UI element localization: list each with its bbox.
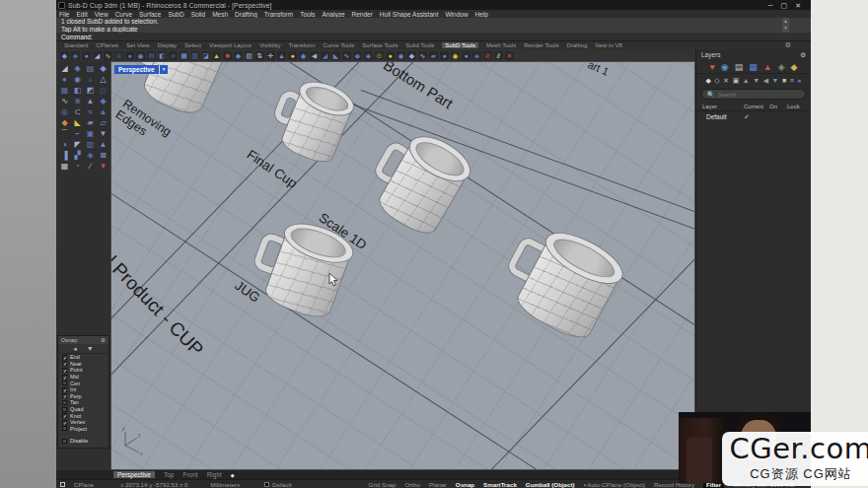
toolbar-tab-standard[interactable]: Standard bbox=[64, 42, 88, 48]
status-toggle-auto-cplane-object[interactable]: ▪ Auto-CPlane (Object) bbox=[584, 481, 645, 488]
toolbar-icon-17[interactable]: ▧ bbox=[245, 51, 253, 60]
sidebar-icon-10[interactable]: ◩ bbox=[85, 86, 96, 96]
sidebar-icon-3[interactable]: ◆ bbox=[98, 64, 108, 74]
osnap-option-int[interactable]: ✓Int bbox=[58, 386, 108, 393]
viewport-tab-perspective[interactable]: Perspective bbox=[113, 471, 155, 478]
menu-analyze[interactable]: Analyze bbox=[322, 11, 344, 18]
gear-icon[interactable]: ⚙ bbox=[800, 51, 806, 59]
osnap-option-near[interactable]: ✓Near bbox=[58, 361, 108, 368]
osnap-disable-checkbox[interactable]: Disable bbox=[58, 438, 108, 445]
toolbar-tab-subd-tools[interactable]: SubD Tools bbox=[442, 42, 478, 48]
checkbox[interactable] bbox=[62, 381, 67, 385]
toolbar-tab-new-in-v8[interactable]: New in V8 bbox=[595, 42, 621, 48]
menu-solid[interactable]: Solid bbox=[191, 11, 205, 18]
menu-mesh[interactable]: Mesh bbox=[212, 11, 228, 18]
panel-tab-icon-1[interactable]: ◉ bbox=[721, 62, 729, 72]
menu-transform[interactable]: Transform bbox=[264, 11, 293, 18]
toolbar-icon-5[interactable]: ▣ bbox=[114, 51, 123, 60]
osnap-option-knot[interactable]: ✓Knot bbox=[58, 412, 108, 419]
sidebar-icon-2[interactable]: ▤ bbox=[85, 64, 96, 74]
checkbox[interactable] bbox=[62, 439, 67, 444]
sidebar-icon-30[interactable]: ▥ bbox=[85, 140, 96, 150]
sidebar-icon-22[interactable]: ▰ bbox=[85, 118, 96, 128]
toolbar-icon-7[interactable]: ◉ bbox=[136, 51, 145, 60]
gear-icon[interactable]: ⚙ bbox=[101, 336, 106, 344]
osnap-back-icon[interactable]: ◂ bbox=[73, 345, 77, 353]
layer-tool-icon-3[interactable]: ▣ bbox=[733, 77, 740, 85]
checkbox[interactable] bbox=[62, 426, 67, 431]
toolbar-icon-26[interactable]: ∿ bbox=[342, 51, 351, 60]
toolbar-tab-select[interactable]: Select bbox=[184, 42, 201, 48]
toolbar-tab-curve-tools[interactable]: Curve Tools bbox=[324, 42, 355, 48]
toolbar-tab-set-view[interactable]: Set View bbox=[126, 42, 150, 48]
checkbox[interactable] bbox=[62, 407, 67, 412]
menu-window[interactable]: Window bbox=[445, 11, 468, 18]
toolbar-icon-11[interactable]: ▦ bbox=[180, 51, 188, 60]
units-label[interactable]: Millimeters bbox=[210, 481, 240, 488]
toolbar-icon-1[interactable]: ◈ bbox=[71, 51, 80, 60]
toolbar-icon-0[interactable]: ◆ bbox=[60, 51, 69, 60]
sidebar-icon-24[interactable]: ⌒ bbox=[59, 129, 70, 139]
viewport-tab-new-icon[interactable]: ◆ bbox=[231, 472, 235, 478]
osnap-option-quad[interactable]: Quad bbox=[58, 406, 108, 413]
sidebar-icon-11[interactable]: ▨ bbox=[98, 86, 108, 96]
sidebar-icon-18[interactable]: ≈ bbox=[85, 107, 96, 117]
toolbar-icon-10[interactable]: ■ bbox=[169, 51, 178, 60]
toolbar-icon-2[interactable]: ● bbox=[82, 51, 91, 60]
osnap-filter-icon[interactable]: ▼ bbox=[87, 345, 94, 352]
panel-tab-icon-5[interactable]: ◈ bbox=[778, 62, 785, 72]
toolbar-icon-21[interactable]: ● bbox=[288, 51, 297, 60]
history-scrollbar[interactable]: ▲▼ bbox=[782, 18, 789, 33]
checkbox[interactable]: ✓ bbox=[62, 393, 67, 398]
sidebar-icon-31[interactable]: ▲ bbox=[98, 140, 108, 150]
checkbox[interactable]: ✓ bbox=[62, 413, 67, 418]
toolbar-icon-31[interactable]: ◉ bbox=[397, 51, 405, 60]
toolbar-icon-33[interactable]: ∿ bbox=[418, 51, 427, 60]
toolbar-icon-27[interactable]: ◆ bbox=[353, 51, 362, 60]
command-prompt[interactable]: Command: bbox=[56, 33, 811, 41]
checkbox[interactable]: ✓ bbox=[62, 355, 67, 360]
toolbar-tab-cplanes[interactable]: CPlanes bbox=[96, 42, 118, 48]
toolbar-tab-solid-tools[interactable]: Solid Tools bbox=[405, 42, 434, 48]
viewport-tab-front[interactable]: Front bbox=[182, 471, 197, 478]
menu-help[interactable]: Help bbox=[475, 11, 488, 18]
minimize-button[interactable]: ─ bbox=[768, 2, 773, 9]
sidebar-icon-20[interactable]: ◆ bbox=[59, 118, 70, 128]
toolbar-icon-35[interactable]: ● bbox=[440, 51, 449, 60]
layer-tool-icon-5[interactable]: ▼ bbox=[753, 77, 760, 85]
toolbar-icon-25[interactable]: ◣ bbox=[331, 51, 340, 60]
toolbar-tab-drafting[interactable]: Drafting bbox=[566, 42, 587, 48]
sidebar-icon-39[interactable]: ▼ bbox=[98, 162, 108, 172]
sidebar-icon-7[interactable]: △ bbox=[98, 75, 108, 85]
toolbar-icon-41[interactable]: ✕ bbox=[505, 51, 514, 60]
sidebar-icon-6[interactable]: ▲ bbox=[85, 75, 96, 85]
toolbar-icon-4[interactable]: ∿ bbox=[104, 51, 112, 60]
toolbar-icon-38[interactable]: ◈ bbox=[472, 51, 481, 60]
toolbar-tab-mesh-tools[interactable]: Mesh Tools bbox=[486, 42, 516, 48]
checkbox[interactable]: ✓ bbox=[62, 420, 67, 425]
sidebar-icon-25[interactable]: ⌐ bbox=[72, 129, 83, 139]
toolbar-icon-22[interactable]: ◉ bbox=[299, 51, 308, 60]
sidebar-icon-29[interactable]: ◤ bbox=[72, 140, 83, 150]
status-toggle-planar[interactable]: Planar bbox=[429, 481, 447, 488]
menu-subd[interactable]: SubD bbox=[168, 11, 183, 18]
status-toggle-grid-snap[interactable]: Grid Snap bbox=[369, 481, 397, 488]
menu-curve[interactable]: Curve bbox=[115, 11, 132, 18]
checkbox[interactable] bbox=[62, 400, 67, 405]
sidebar-icon-1[interactable]: ◈ bbox=[72, 64, 83, 74]
osnap-option-perp[interactable]: ✓Perp bbox=[58, 393, 108, 400]
sidebar-icon-0[interactable]: ◢ bbox=[59, 64, 70, 74]
toolbar-icon-29[interactable]: ⊙ bbox=[375, 51, 384, 60]
toolbar-tab-display[interactable]: Display bbox=[158, 42, 178, 48]
osnap-option-tan[interactable]: Tan bbox=[58, 399, 108, 406]
layer-tool-icon-2[interactable]: ✕ bbox=[723, 77, 729, 85]
osnap-option-point[interactable]: ✓Point bbox=[58, 367, 108, 374]
layer-current-check[interactable]: ✓ bbox=[744, 113, 769, 121]
checkbox[interactable]: ✓ bbox=[62, 368, 67, 373]
layer-tool-icon-4[interactable]: ▲ bbox=[743, 77, 750, 85]
layer-tool-icon-8[interactable]: ■ bbox=[782, 77, 786, 85]
sidebar-icon-27[interactable]: ▼ bbox=[98, 129, 108, 139]
toolbar-tab-surface-tools[interactable]: Surface Tools bbox=[362, 42, 398, 48]
menu-surface[interactable]: Surface bbox=[139, 11, 161, 18]
menu-edit[interactable]: Edit bbox=[76, 11, 87, 18]
